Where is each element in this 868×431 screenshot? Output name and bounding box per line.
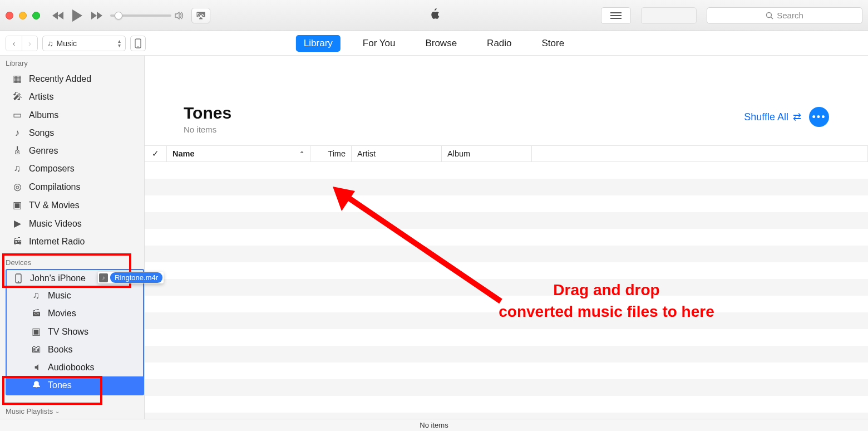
column-album[interactable]: Album	[442, 146, 532, 161]
history-nav: ‹ ›	[6, 36, 38, 51]
sidebar-item-device-books[interactable]: 📖︎Books	[7, 341, 143, 359]
audiobook-icon: 🔈︎	[30, 362, 42, 373]
file-icon: ♪	[99, 273, 108, 282]
previous-track-button[interactable]	[50, 7, 67, 24]
sidebar-item-device-audiobooks[interactable]: 🔈︎Audiobooks	[7, 359, 143, 376]
sidebar-item-music-videos[interactable]: ▶Music Videos	[0, 214, 144, 233]
disc-icon: ◎	[11, 181, 23, 193]
chevron-down-icon: ⌄	[55, 408, 60, 414]
tab-for-you[interactable]: For You	[355, 35, 403, 52]
tab-library[interactable]: Library	[296, 35, 341, 52]
radio-icon: 📻︎	[11, 236, 23, 247]
tv-icon: ▣	[11, 199, 23, 211]
sidebar-item-recently-added[interactable]: ▦Recently Added	[0, 70, 144, 88]
clock-icon: ▦	[11, 73, 23, 85]
close-window-button[interactable]	[6, 12, 13, 19]
next-track-button[interactable]	[88, 7, 105, 24]
forward-button[interactable]: ›	[22, 36, 37, 51]
sidebar-item-internet-radio[interactable]: 📻︎Internet Radio	[0, 233, 144, 251]
sidebar: Library ▦Recently Added 🎤︎Artists ▭Album…	[0, 56, 145, 419]
chevron-up-down-icon: ▴▾	[118, 39, 121, 48]
status-text: No items	[420, 421, 448, 429]
sidebar-item-composers[interactable]: ♫Composers	[0, 160, 144, 178]
note-icon: ♪	[11, 128, 23, 139]
svg-point-3	[137, 46, 139, 47]
film-icon: 🎬︎	[30, 308, 42, 319]
sidebar-item-artists[interactable]: 🎤︎Artists	[0, 88, 144, 106]
column-check[interactable]: ✓	[145, 146, 167, 161]
apple-logo-icon	[427, 6, 441, 25]
track-list-empty[interactable]: Drag and drop converted music files to h…	[145, 162, 868, 419]
page-subtitle: No items	[184, 125, 231, 134]
sidebar-item-device-tones[interactable]: 🔔︎Tones	[7, 376, 143, 394]
guitar-icon: 🎸︎	[11, 145, 23, 156]
sidebar-item-device-music[interactable]: ♫Music	[7, 287, 143, 305]
iphone-icon	[12, 273, 24, 283]
sidebar-item-device-tvshows[interactable]: ▣TV Shows	[7, 322, 143, 341]
status-bar: No items	[0, 419, 868, 431]
sidebar-item-genres[interactable]: 🎸︎Genres	[0, 142, 144, 160]
note-icon: ♫	[30, 290, 42, 301]
minimize-window-button[interactable]	[19, 12, 27, 19]
window-controls	[6, 12, 40, 19]
media-type-picker[interactable]: ♫ Music ▴▾	[42, 36, 126, 51]
sort-asc-icon: ⌃	[299, 150, 304, 158]
tab-browse[interactable]: Browse	[417, 35, 465, 52]
speaker-icon	[175, 12, 184, 19]
play-button[interactable]	[69, 7, 86, 24]
sidebar-header-library: Library	[0, 56, 144, 70]
svg-marker-7	[333, 187, 355, 211]
sidebar-item-tv-movies[interactable]: ▣TV & Movies	[0, 196, 144, 214]
tv-icon: ▣	[30, 326, 42, 337]
annotation-text: Drag and drop converted music files to h…	[451, 279, 762, 322]
album-icon: ▭	[11, 109, 23, 121]
source-nav-row: ‹ › ♫ Music ▴▾ Library For You Browse Ra…	[0, 31, 868, 56]
titlebar: Search	[0, 0, 868, 31]
shuffle-all-button[interactable]: Shuffle All ⇄	[744, 111, 801, 123]
microphone-icon: 🎤︎	[11, 91, 23, 102]
up-next-button[interactable]	[601, 7, 631, 24]
view-segment[interactable]	[641, 7, 697, 24]
search-icon	[766, 12, 773, 19]
main-content: Tones No items Shuffle All ⇄ ••• ✓ Name⌃…	[145, 56, 868, 419]
sidebar-header-devices: Devices	[0, 255, 144, 269]
search-placeholder: Search	[777, 11, 803, 20]
search-input[interactable]: Search	[707, 7, 862, 24]
device-button[interactable]	[130, 36, 146, 51]
drag-file-chip: ♪ Ringtone.m4r	[98, 272, 164, 283]
tab-radio[interactable]: Radio	[479, 35, 519, 52]
composer-icon: ♫	[11, 163, 23, 174]
book-icon: 📖︎	[30, 344, 42, 355]
more-options-button[interactable]: •••	[809, 107, 829, 127]
video-icon: ▶	[11, 218, 23, 229]
svg-point-5	[18, 281, 19, 282]
airplay-button[interactable]	[191, 8, 210, 23]
column-headers: ✓ Name⌃ Time Artist Album	[145, 145, 868, 162]
volume-slider[interactable]	[110, 12, 184, 19]
column-name[interactable]: Name⌃	[167, 146, 310, 161]
device-tree: John's iPhone ♫Music 🎬︎Movies ▣TV Shows …	[6, 269, 144, 395]
svg-line-1	[771, 17, 773, 19]
column-artist[interactable]: Artist	[352, 146, 442, 161]
page-title: Tones	[184, 104, 231, 123]
sidebar-item-albums[interactable]: ▭Albums	[0, 106, 144, 124]
media-picker-label: Music	[57, 39, 77, 48]
back-button[interactable]: ‹	[6, 36, 22, 51]
svg-point-0	[767, 12, 772, 17]
sidebar-item-device-movies[interactable]: 🎬︎Movies	[7, 305, 143, 322]
main-tabs: Library For You Browse Radio Store	[296, 35, 572, 52]
tab-store[interactable]: Store	[534, 35, 573, 52]
column-time[interactable]: Time	[310, 146, 352, 161]
maximize-window-button[interactable]	[32, 12, 40, 19]
bell-icon: 🔔︎	[30, 380, 42, 391]
sidebar-music-playlists[interactable]: Music Playlists ⌄	[0, 404, 144, 419]
sidebar-item-songs[interactable]: ♪Songs	[0, 124, 144, 142]
music-icon: ♫	[47, 39, 53, 48]
sidebar-item-compilations[interactable]: ◎Compilations	[0, 178, 144, 196]
shuffle-icon: ⇄	[793, 111, 801, 123]
